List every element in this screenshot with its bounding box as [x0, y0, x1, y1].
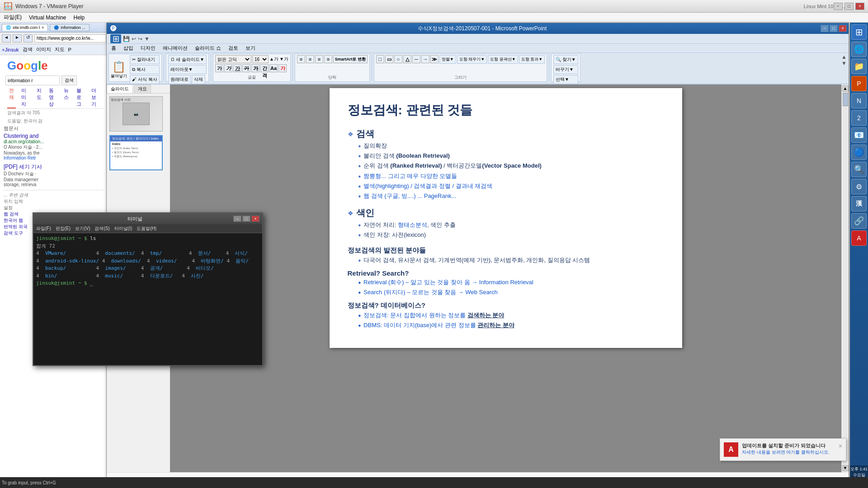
arrange-button[interactable]: 정렬▼: [439, 55, 456, 64]
menu-design[interactable]: 디자인: [140, 45, 156, 52]
font-color-button[interactable]: 가: [278, 64, 287, 72]
bookmark-p[interactable]: P: [68, 47, 71, 52]
vmware-minimize-button[interactable]: −: [834, 3, 843, 10]
sidebar-nearby[interactable]: ... 주변 검색: [4, 192, 104, 198]
taskbar-ppt-icon[interactable]: P: [851, 76, 867, 91]
browser-tab-2[interactable]: 🔵 information ...: [50, 24, 90, 31]
google-search-input[interactable]: [5, 75, 60, 85]
rectangle[interactable]: □: [376, 55, 384, 63]
new-slide-button[interactable]: 🗋 새 슬라이드▼: [168, 55, 207, 64]
vmware-maximize-button[interactable]: □: [844, 3, 854, 10]
back-button[interactable]: ◄: [2, 34, 11, 42]
scrollbar-up[interactable]: ▲: [842, 85, 849, 92]
term-menu-view[interactable]: 보기(V): [75, 225, 90, 232]
align-left[interactable]: ≡: [297, 55, 305, 63]
ribbon-scroll-down[interactable]: ▼: [841, 60, 847, 66]
qat-redo[interactable]: ↪: [138, 36, 142, 42]
italic-button[interactable]: 가: [224, 64, 232, 72]
terminal-minimize-btn[interactable]: −: [233, 216, 241, 222]
vmware-menu-file[interactable]: 파일(E): [4, 14, 22, 21]
taskbar-extra-2[interactable]: 🔗: [851, 213, 867, 229]
more-shapes[interactable]: ≫: [430, 55, 439, 63]
shadow-button[interactable]: 가: [251, 64, 259, 72]
taskbar-chrome-icon[interactable]: 🔵: [851, 145, 867, 160]
align-right[interactable]: ≡: [315, 55, 323, 63]
paste-button[interactable]: 📋: [112, 61, 126, 73]
layout-button[interactable]: 레이아웃▼: [168, 65, 207, 74]
replace-button[interactable]: 바꾸기▼: [553, 65, 578, 74]
justify[interactable]: ≡: [324, 55, 332, 63]
taskbar-search-icon[interactable]: 🔍: [851, 162, 867, 177]
bookmark-search[interactable]: 검색: [23, 46, 33, 53]
nav-all[interactable]: 전체: [7, 86, 16, 108]
shape-effect-button[interactable]: 도형 효과▼: [519, 55, 545, 64]
shrink-font[interactable]: ▼가: [279, 56, 288, 62]
smartart-button[interactable]: SmartArt로 변환: [333, 55, 368, 63]
bookmark-images[interactable]: 이미지: [36, 46, 51, 53]
refresh-button[interactable]: ↺: [24, 34, 33, 42]
url-input[interactable]: [34, 34, 106, 42]
find-button[interactable]: 🔍 찾기▼: [553, 55, 578, 64]
grow-font[interactable]: ▲가: [269, 56, 278, 62]
adobe-close-button[interactable]: ×: [839, 442, 842, 450]
cut-button[interactable]: ✂ 잘라내기: [130, 55, 160, 64]
line[interactable]: ─: [412, 55, 420, 63]
menu-slideshow[interactable]: 슬라이드 쇼: [194, 45, 222, 52]
adobe-subtitle[interactable]: 자세한 내용을 보려면 여기를 클릭하십시오.: [742, 449, 835, 455]
google-search-button[interactable]: 검색: [61, 75, 77, 85]
taskbar-extra-1[interactable]: 漢: [851, 196, 867, 211]
bold-button[interactable]: 가: [215, 64, 223, 72]
shape-fill-button[interactable]: 도형 채우기▼: [457, 55, 487, 64]
shape-outline-button[interactable]: 도형 윤곽선▼: [488, 55, 518, 64]
reset-button[interactable]: 원래대로: [168, 75, 191, 84]
scrollbar-down[interactable]: ▼: [842, 465, 849, 471]
taskbar-start-icon[interactable]: ⊞: [851, 24, 867, 40]
slides-tab[interactable]: 슬라이드: [107, 84, 133, 93]
taskbar-ie-icon[interactable]: 🌐: [851, 42, 867, 57]
terminal-close-btn[interactable]: ×: [251, 216, 259, 222]
strikethrough-button[interactable]: 가: [242, 64, 250, 72]
browser-tab-1[interactable]: 🌐 site:imdb.com big brain - ×: [2, 24, 48, 31]
taskbar-n-icon[interactable]: N: [851, 93, 867, 108]
ppt-minimize-button[interactable]: −: [821, 25, 829, 32]
slide-thumb-6[interactable]: 6 정보검색: 변인 / 찾아가기 / Index Index • 색인어 (I…: [109, 135, 167, 170]
forward-button[interactable]: ►: [13, 34, 22, 42]
spacing-button[interactable]: 간격: [260, 64, 269, 72]
copy-button[interactable]: ⧉ 복사: [130, 65, 160, 74]
taskbar-2-icon[interactable]: 2: [851, 110, 867, 126]
vmware-menu-help[interactable]: Help: [74, 14, 85, 21]
term-menu-terminal[interactable]: 터미널(I): [114, 225, 132, 232]
menu-review[interactable]: 검토: [227, 45, 239, 52]
taskbar-folder-icon[interactable]: 📁: [851, 59, 867, 74]
menu-insert[interactable]: 삽입: [123, 45, 134, 52]
font-family-select[interactable]: 맑은 고딕: [215, 55, 251, 63]
nav-images[interactable]: 이미지: [19, 86, 31, 108]
nav-video[interactable]: 동영상: [47, 86, 58, 108]
vmware-menu-vm[interactable]: Virtual Machine: [29, 14, 66, 21]
office-button[interactable]: ⊞: [110, 34, 121, 43]
term-menu-help[interactable]: 도움말(H): [137, 225, 156, 232]
arrow[interactable]: →: [421, 55, 429, 63]
bookmark-map[interactable]: 지도: [55, 46, 65, 53]
delete-slide-button[interactable]: 삭제: [192, 75, 205, 84]
term-menu-search[interactable]: 검색(S): [94, 225, 109, 232]
case-button[interactable]: Aa: [269, 64, 278, 72]
sidebar-location[interactable]: 위치 입력: [4, 198, 104, 205]
scrollbar-thumb[interactable]: [843, 93, 848, 106]
oval[interactable]: ○: [394, 55, 402, 63]
qat-dropdown[interactable]: ▼: [144, 36, 150, 42]
underline-button[interactable]: 가: [233, 64, 241, 72]
menu-animation[interactable]: 애니메이션: [162, 45, 189, 52]
bookmark-jinsuk[interactable]: +Jinsuk: [2, 47, 19, 52]
sidebar-settings[interactable]: 설정: [4, 205, 104, 211]
format-painter-button[interactable]: 🖌 서식 복사: [130, 75, 160, 84]
nav-more[interactable]: 더보기: [90, 86, 101, 108]
triangle[interactable]: △: [403, 55, 411, 63]
menu-view[interactable]: 보기: [245, 45, 256, 52]
font-size-select[interactable]: 16: [252, 55, 269, 63]
taskbar-settings-icon[interactable]: ⚙: [851, 179, 867, 194]
result-2-title[interactable]: [PDF] 세기 기사: [4, 163, 104, 171]
taskbar-acrobat[interactable]: A: [851, 230, 867, 246]
term-menu-file[interactable]: 파일(F): [36, 225, 51, 232]
qat-undo[interactable]: ↩: [132, 36, 136, 42]
